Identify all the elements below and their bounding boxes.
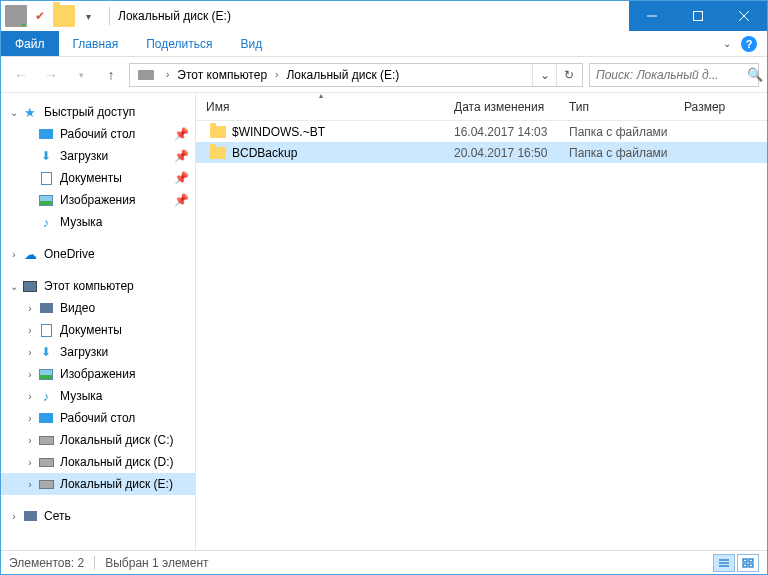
list-item[interactable]: $WINDOWS.~BT 16.04.2017 14:03 Папка с фа…: [196, 121, 767, 142]
svg-rect-10: [749, 564, 753, 567]
column-type[interactable]: Тип: [561, 93, 676, 120]
window-buttons: [629, 1, 767, 31]
breadcrumb-pc[interactable]: Этот компьютер: [171, 64, 273, 86]
up-button[interactable]: ↑: [99, 63, 123, 87]
chevron-right-icon[interactable]: ›: [7, 249, 21, 260]
nav-music[interactable]: ♪Музыка: [1, 211, 195, 233]
nav-label: Рабочий стол: [60, 127, 135, 141]
qat-dropdown[interactable]: ▾: [77, 5, 99, 27]
status-selection: Выбран 1 элемент: [105, 556, 208, 570]
forward-button[interactable]: →: [39, 63, 63, 87]
file-list: $WINDOWS.~BT 16.04.2017 14:03 Папка с фа…: [196, 121, 767, 550]
quick-access-toolbar: ✔ ▾: [1, 5, 103, 27]
tab-home[interactable]: Главная: [59, 31, 133, 56]
nav-label: Локальный диск (C:): [60, 433, 174, 447]
chevron-right-icon[interactable]: ›: [273, 69, 280, 80]
file-date: 16.04.2017 14:03: [446, 125, 561, 139]
nav-network[interactable]: ›Сеть: [1, 505, 195, 527]
tab-view[interactable]: Вид: [226, 31, 276, 56]
file-name: BCDBackup: [232, 146, 297, 160]
nav-desktop[interactable]: Рабочий стол📌: [1, 123, 195, 145]
chevron-down-icon[interactable]: ⌄: [7, 281, 21, 292]
chevron-down-icon[interactable]: ⌄: [7, 107, 21, 118]
music-icon: ♪: [37, 214, 55, 230]
folder-icon: [210, 147, 226, 159]
nav-label: Музыка: [60, 215, 102, 229]
nav-label: Изображения: [60, 367, 135, 381]
nav-label: Видео: [60, 301, 95, 315]
nav-onedrive[interactable]: ›☁OneDrive: [1, 243, 195, 265]
folder-icon[interactable]: [53, 5, 75, 27]
ribbon: Файл Главная Поделиться Вид ⌄ ?: [1, 31, 767, 57]
status-item-count: Элементов: 2: [9, 556, 84, 570]
pin-icon: 📌: [174, 127, 189, 141]
nav-music-pc[interactable]: ›♪Музыка: [1, 385, 195, 407]
pictures-icon: [37, 366, 55, 382]
column-name[interactable]: ▴Имя: [196, 93, 446, 120]
tab-file[interactable]: Файл: [1, 31, 59, 56]
nav-pictures-pc[interactable]: ›Изображения: [1, 363, 195, 385]
nav-pictures[interactable]: Изображения📌: [1, 189, 195, 211]
nav-label: Загрузки: [60, 149, 108, 163]
chevron-right-icon[interactable]: ›: [164, 69, 171, 80]
onedrive-icon: ☁: [21, 246, 39, 262]
nav-label: OneDrive: [44, 247, 95, 261]
nav-drive-d[interactable]: ›Локальный диск (D:): [1, 451, 195, 473]
tab-share[interactable]: Поделиться: [132, 31, 226, 56]
column-size[interactable]: Размер: [676, 93, 746, 120]
help-icon[interactable]: ?: [741, 36, 757, 52]
address-dropdown[interactable]: ⌄: [532, 64, 556, 86]
column-date[interactable]: Дата изменения: [446, 93, 561, 120]
nav-drive-e[interactable]: ›Локальный диск (E:): [1, 473, 195, 495]
navigation-pane: ⌄ ★ Быстрый доступ Рабочий стол📌 ⬇Загруз…: [1, 93, 196, 550]
file-type: Папка с файлами: [561, 125, 676, 139]
column-headers: ▴Имя Дата изменения Тип Размер: [196, 93, 767, 121]
nav-label: Локальный диск (E:): [60, 477, 173, 491]
nav-label: Документы: [60, 323, 122, 337]
search-icon[interactable]: 🔍: [747, 67, 763, 82]
nav-label: Музыка: [60, 389, 102, 403]
drive-icon: [37, 454, 55, 470]
nav-label: Этот компьютер: [44, 279, 134, 293]
nav-quick-access[interactable]: ⌄ ★ Быстрый доступ: [1, 101, 195, 123]
nav-video[interactable]: ›Видео: [1, 297, 195, 319]
desktop-icon: [37, 410, 55, 426]
minimize-button[interactable]: [629, 1, 675, 31]
nav-documents[interactable]: Документы📌: [1, 167, 195, 189]
separator: [109, 7, 110, 25]
maximize-button[interactable]: [675, 1, 721, 31]
nav-label: Быстрый доступ: [44, 105, 135, 119]
nav-label: Рабочий стол: [60, 411, 135, 425]
pin-icon: 📌: [174, 171, 189, 185]
folder-icon: [210, 126, 226, 138]
address-bar[interactable]: › Этот компьютер › Локальный диск (E:) ⌄…: [129, 63, 583, 87]
nav-desktop-pc[interactable]: ›Рабочий стол: [1, 407, 195, 429]
file-type: Папка с файлами: [561, 146, 676, 160]
view-details-button[interactable]: [713, 554, 735, 572]
nav-downloads[interactable]: ⬇Загрузки📌: [1, 145, 195, 167]
nav-drive-c[interactable]: ›Локальный диск (C:): [1, 429, 195, 451]
nav-this-pc[interactable]: ⌄Этот компьютер: [1, 275, 195, 297]
nav-label: Документы: [60, 171, 122, 185]
content-pane: ▴Имя Дата изменения Тип Размер $WINDOWS.…: [196, 93, 767, 550]
back-button[interactable]: ←: [9, 63, 33, 87]
drive-icon: [5, 5, 27, 27]
close-button[interactable]: [721, 1, 767, 31]
search-input[interactable]: [596, 68, 747, 82]
checkmark-icon[interactable]: ✔: [29, 5, 51, 27]
drive-icon: [37, 476, 55, 492]
view-thumbnails-button[interactable]: [737, 554, 759, 572]
expand-ribbon-icon[interactable]: ⌄: [723, 38, 731, 49]
breadcrumb-drive[interactable]: Локальный диск (E:): [280, 64, 405, 86]
recent-dropdown[interactable]: ▾: [69, 63, 93, 87]
file-date: 20.04.2017 16:50: [446, 146, 561, 160]
svg-rect-8: [749, 559, 753, 562]
pictures-icon: [37, 192, 55, 208]
nav-downloads-pc[interactable]: ›⬇Загрузки: [1, 341, 195, 363]
refresh-button[interactable]: ↻: [556, 64, 580, 86]
search-box[interactable]: 🔍: [589, 63, 759, 87]
music-icon: ♪: [37, 388, 55, 404]
list-item[interactable]: BCDBackup 20.04.2017 16:50 Папка с файла…: [196, 142, 767, 163]
pc-icon: [21, 278, 39, 294]
nav-documents-pc[interactable]: ›Документы: [1, 319, 195, 341]
